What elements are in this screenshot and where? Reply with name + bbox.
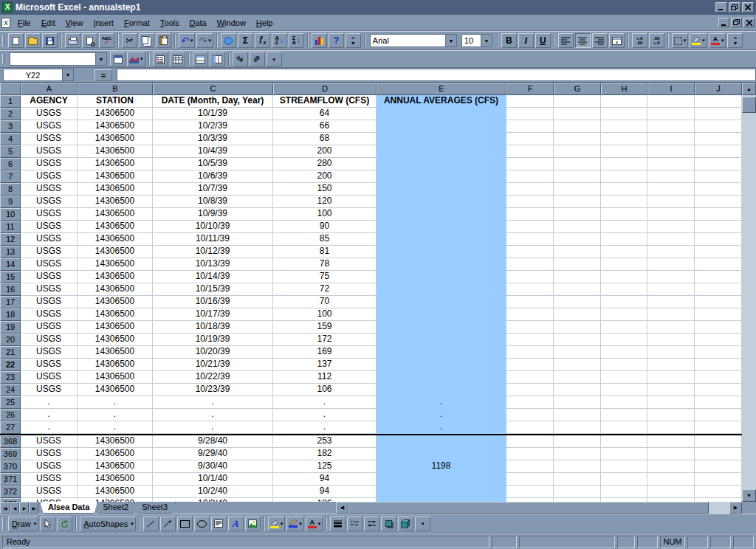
cell-B11[interactable]: 14306500 xyxy=(78,221,153,233)
cell-H22[interactable] xyxy=(601,359,647,371)
cell-I5[interactable] xyxy=(647,145,695,158)
cell-F5[interactable] xyxy=(506,145,554,158)
horizontal-scrollbar-track[interactable] xyxy=(709,502,729,514)
row-header-22[interactable]: 22 xyxy=(0,359,21,371)
cell-D22[interactable]: 137 xyxy=(273,359,377,371)
cell-A9[interactable]: USGS xyxy=(21,196,78,208)
cell-A11[interactable]: USGS xyxy=(21,221,78,233)
cell-G4[interactable] xyxy=(554,133,601,145)
cell-F1[interactable] xyxy=(506,95,554,108)
cell-D18[interactable]: 100 xyxy=(273,308,377,321)
cell-F17[interactable] xyxy=(506,296,554,308)
cell-D27[interactable]: . xyxy=(273,421,377,434)
chart-type-button[interactable]: ▾ xyxy=(127,52,145,66)
font-name-combo[interactable]: Arial▼ xyxy=(370,34,457,47)
scroll-left-icon[interactable]: ◀ xyxy=(336,502,348,514)
cell-D23[interactable]: 112 xyxy=(273,371,377,384)
row-header-368[interactable]: 368 xyxy=(0,435,21,448)
cell-H12[interactable] xyxy=(601,233,647,246)
cell-C369[interactable]: 9/29/40 xyxy=(153,448,273,460)
cell-B10[interactable]: 14306500 xyxy=(78,208,153,221)
legend-button[interactable] xyxy=(153,52,168,66)
cell-G19[interactable] xyxy=(554,321,601,334)
cell-J14[interactable] xyxy=(695,258,742,271)
cell-I15[interactable] xyxy=(647,271,695,283)
cell-E16[interactable] xyxy=(377,283,506,296)
cell-A7[interactable]: USGS xyxy=(21,170,78,183)
cell-C5[interactable]: 10/4/39 xyxy=(153,145,273,158)
cell-D14[interactable]: 78 xyxy=(273,258,377,271)
cell-H9[interactable] xyxy=(601,196,647,208)
cell-G17[interactable] xyxy=(554,296,601,308)
clip-art-button[interactable] xyxy=(245,517,261,531)
cell-B3[interactable]: 14306500 xyxy=(78,120,153,133)
cell-A25[interactable]: . xyxy=(21,396,78,409)
cell-E3[interactable] xyxy=(377,120,506,133)
cell-E24[interactable] xyxy=(377,384,506,396)
row-header-14[interactable]: 14 xyxy=(0,258,21,271)
cell-B6[interactable]: 14306500 xyxy=(78,158,153,170)
cell-E20[interactable] xyxy=(377,334,506,346)
cell-F2[interactable] xyxy=(506,108,554,120)
underline-button[interactable]: U xyxy=(535,33,551,48)
print-button[interactable] xyxy=(65,33,80,48)
cell-H15[interactable] xyxy=(601,271,647,283)
cell-G370[interactable] xyxy=(554,460,601,473)
menu-format[interactable]: Format xyxy=(119,16,155,30)
cell-C19[interactable]: 10/18/39 xyxy=(153,321,273,334)
cell-C9[interactable]: 10/8/39 xyxy=(153,196,273,208)
cell-C1[interactable]: DATE (Month, Day, Year) xyxy=(153,95,273,108)
cell-D368[interactable]: 253 xyxy=(273,435,377,448)
cell-A16[interactable]: USGS xyxy=(21,283,78,296)
cell-A23[interactable]: USGS xyxy=(21,371,78,384)
cell-F16[interactable] xyxy=(506,283,554,296)
cell-B13[interactable]: 14306500 xyxy=(78,246,153,258)
cell-A20[interactable]: USGS xyxy=(21,334,78,346)
align-right-button[interactable] xyxy=(592,33,608,48)
cell-F25[interactable] xyxy=(506,396,554,409)
cell-I16[interactable] xyxy=(647,283,695,296)
cell-G11[interactable] xyxy=(554,221,601,233)
row-header-2[interactable]: 2 xyxy=(0,108,21,120)
cell-F20[interactable] xyxy=(506,334,554,346)
row-header-16[interactable]: 16 xyxy=(0,283,21,296)
select-all-corner[interactable] xyxy=(0,83,21,95)
dropdown-arrow-icon[interactable]: ▼ xyxy=(95,53,106,65)
cell-G369[interactable] xyxy=(554,448,601,460)
dash-style-button[interactable] xyxy=(347,517,362,531)
cell-G25[interactable] xyxy=(554,396,601,409)
cell-B12[interactable]: 14306500 xyxy=(78,233,153,246)
cell-G18[interactable] xyxy=(554,308,601,321)
cell-E6[interactable] xyxy=(377,158,506,170)
sort-descending-button[interactable]: ZA↓ xyxy=(289,33,304,48)
cell-B371[interactable]: 14306500 xyxy=(78,473,153,486)
cell-D1[interactable]: STREAMFLOW (CFS) xyxy=(273,95,377,108)
cell-D25[interactable]: . xyxy=(273,396,377,409)
cell-F10[interactable] xyxy=(506,208,554,221)
row-header-17[interactable]: 17 xyxy=(0,296,21,308)
cell-A371[interactable]: USGS xyxy=(21,473,78,486)
cell-F7[interactable] xyxy=(506,170,554,183)
cell-D15[interactable]: 75 xyxy=(273,271,377,283)
vertical-scrollbar-thumb[interactable] xyxy=(742,97,756,113)
cell-E25[interactable]: . xyxy=(377,396,506,409)
cell-I27[interactable] xyxy=(647,421,695,434)
horizontal-scrollbar[interactable]: ◀ ▶ xyxy=(336,502,742,514)
cell-E369[interactable] xyxy=(377,448,506,460)
cell-H27[interactable] xyxy=(601,421,647,434)
toolbar-grip[interactable] xyxy=(2,35,4,46)
spelling-button[interactable]: ABC✓ xyxy=(99,33,114,48)
row-header-6[interactable]: 6 xyxy=(0,158,21,170)
by-column-button[interactable] xyxy=(210,52,225,66)
cell-I11[interactable] xyxy=(647,221,695,233)
dropdown-arrow-icon[interactable]: ▼ xyxy=(445,35,456,46)
cell-A4[interactable]: USGS xyxy=(21,133,78,145)
cell-E27[interactable]: . xyxy=(377,421,506,434)
cell-D2[interactable]: 64 xyxy=(273,108,377,120)
cell-C22[interactable]: 10/21/39 xyxy=(153,359,273,371)
cell-C26[interactable]: . xyxy=(153,409,273,421)
cell-B16[interactable]: 14306500 xyxy=(78,283,153,296)
cell-H8[interactable] xyxy=(601,183,647,196)
cell-D370[interactable]: 125 xyxy=(273,460,377,473)
cell-D3[interactable]: 66 xyxy=(273,120,377,133)
